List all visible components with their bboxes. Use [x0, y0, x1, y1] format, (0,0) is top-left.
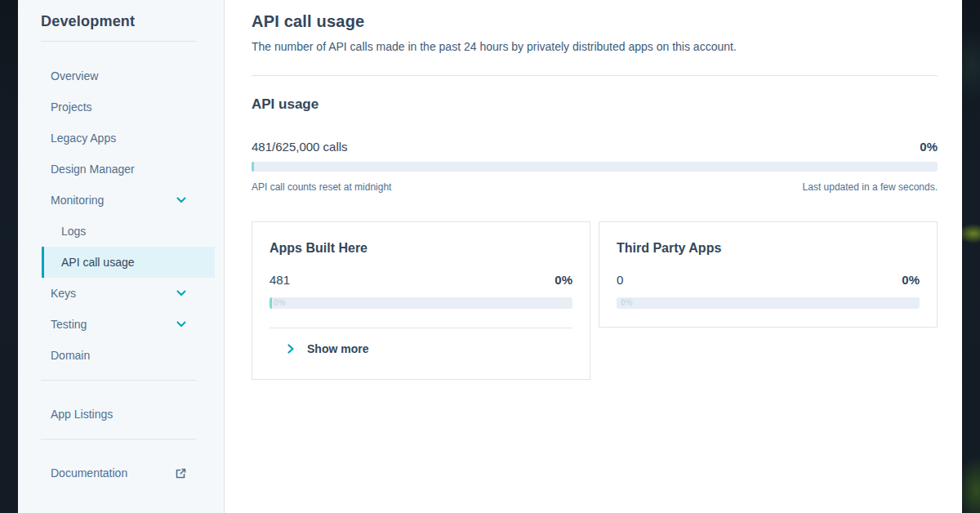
sidebar-item-api-call-usage[interactable]: API call usage: [42, 247, 215, 278]
card-value: 481: [270, 273, 290, 287]
sidebar-item-label: Overview: [51, 69, 98, 83]
sidebar-item-logs[interactable]: Logs: [18, 216, 224, 247]
usage-calls-text: 481/625,000 calls: [252, 140, 348, 154]
sidebar-item-legacy-apps[interactable]: Legacy Apps: [18, 123, 224, 154]
last-updated: Last updated in a few seconds.: [803, 181, 938, 193]
card-percent: 0%: [902, 273, 920, 287]
sidebar-item-label: Domain: [51, 349, 90, 362]
sidebar-item-label: Logs: [61, 225, 86, 238]
reset-note: API call counts reset at midnight: [252, 181, 391, 193]
sidebar-item-label: Documentation: [51, 466, 127, 480]
sidebar-item-testing[interactable]: Testing: [18, 309, 224, 340]
sidebar-item-label: Testing: [51, 318, 87, 331]
card-apps-built-here: Apps Built Here 481 0% 0% Show more: [252, 221, 590, 380]
page-description: The number of API calls made in the past…: [252, 40, 938, 53]
card-progress-bar: 0%: [617, 297, 920, 309]
chevron-right-icon: [285, 343, 296, 355]
sidebar-divider: [41, 380, 197, 381]
show-more-label: Show more: [307, 342, 368, 355]
sidebar-item-keys[interactable]: Keys: [18, 278, 224, 309]
sidebar-item-projects[interactable]: Projects: [18, 91, 224, 123]
app-window: Development Overview Projects Legacy App…: [18, 0, 962, 513]
main-content: API call usage The number of API calls m…: [225, 0, 962, 513]
api-usage-heading: API usage: [252, 96, 938, 113]
sidebar-divider: [41, 439, 197, 439]
card-title: Third Party Apps: [617, 241, 920, 256]
card-bar-label: 0%: [621, 298, 633, 307]
sidebar-item-documentation[interactable]: Documentation: [18, 457, 224, 488]
usage-percent: 0%: [920, 140, 938, 154]
usage-cards: Apps Built Here 481 0% 0% Show more: [252, 221, 938, 380]
usage-meta-row: API call counts reset at midnight Last u…: [252, 181, 938, 193]
card-percent: 0%: [555, 273, 572, 287]
sidebar-title: Development: [18, 0, 224, 41]
sidebar-item-domain[interactable]: Domain: [18, 340, 224, 371]
card-progress-bar: 0%: [270, 297, 572, 309]
sidebar-item-monitoring[interactable]: Monitoring: [18, 185, 224, 216]
card-value-row: 0 0%: [617, 273, 920, 287]
usage-progress-fill: [252, 162, 254, 172]
sidebar-item-overview[interactable]: Overview: [18, 60, 224, 91]
sidebar-nav: Overview Projects Legacy Apps Design Man…: [18, 60, 224, 371]
card-value: 0: [617, 273, 623, 287]
usage-summary-row: 481/625,000 calls 0%: [252, 140, 938, 154]
usage-progress-bar: [252, 162, 938, 172]
sidebar-item-label: Monitoring: [51, 194, 104, 207]
sidebar-item-design-manager[interactable]: Design Manager: [18, 154, 224, 185]
sidebar-item-label: Projects: [51, 100, 92, 114]
external-link-icon: [175, 467, 187, 480]
chevron-down-icon: [176, 194, 187, 206]
chevron-down-icon: [176, 319, 187, 330]
sidebar-item-label: API call usage: [61, 256, 135, 269]
card-title: Apps Built Here: [270, 241, 572, 256]
sidebar: Development Overview Projects Legacy App…: [18, 0, 225, 513]
chevron-down-icon: [176, 288, 187, 299]
sidebar-divider: [41, 41, 197, 42]
card-divider: [270, 328, 572, 328]
section-divider: [252, 75, 938, 76]
sidebar-item-label: Legacy Apps: [51, 132, 116, 145]
sidebar-item-app-listings[interactable]: App Listings: [18, 399, 224, 430]
card-value-row: 481 0%: [270, 273, 572, 287]
show-more-button[interactable]: Show more: [270, 342, 368, 355]
sidebar-item-label: App Listings: [51, 408, 113, 421]
card-third-party-apps: Third Party Apps 0 0% 0%: [599, 221, 938, 328]
card-bar-label: 0%: [274, 298, 286, 307]
card-progress-fill: [270, 297, 272, 309]
sidebar-item-label: Design Manager: [51, 163, 135, 176]
sidebar-item-label: Keys: [51, 287, 76, 300]
page-title: API call usage: [252, 0, 938, 31]
